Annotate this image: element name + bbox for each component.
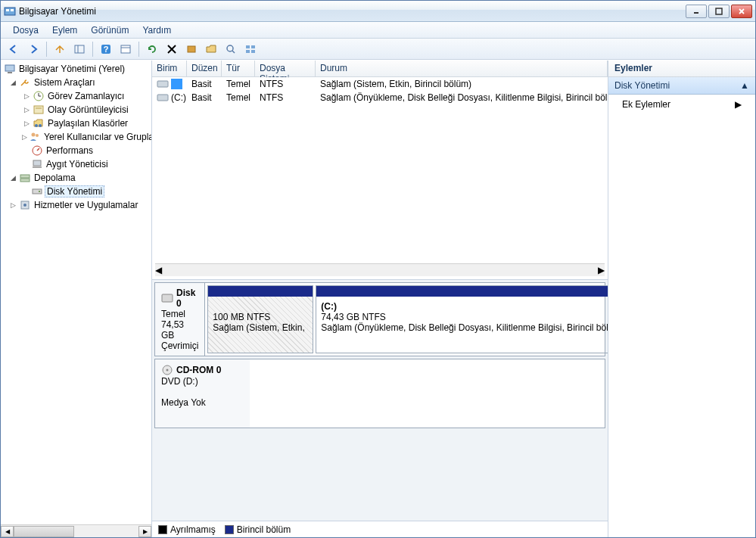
toolbar-separator (46, 42, 47, 57)
maximize-button[interactable] (708, 5, 730, 18)
tree-disk-management[interactable]: Disk Yönetimi (1, 185, 151, 198)
action-label: Ek Eylemler (622, 99, 670, 110)
hdd-icon (161, 294, 173, 303)
selected-volume-highlight (171, 79, 182, 89)
shared-folder-icon (33, 117, 45, 129)
back-button[interactable] (5, 41, 22, 58)
svg-rect-23 (8, 72, 12, 73)
menu-view[interactable]: Görünüm (85, 23, 135, 37)
svg-rect-44 (157, 95, 168, 101)
cdrom-info[interactable]: CD-ROM 0 DVD (D:) Medya Yok (155, 359, 250, 428)
svg-rect-35 (33, 160, 41, 166)
svg-rect-37 (20, 175, 30, 178)
menu-help[interactable]: Yardım (136, 23, 177, 37)
menu-action[interactable]: Eylem (46, 23, 83, 37)
volume-row[interactable]: (C:) Basit Temel NTFS Sağlam (Önyükleme,… (152, 91, 608, 104)
volume-row[interactable]: Basit Temel NTFS Sağlam (Sistem, Etkin, … (152, 77, 608, 91)
swatch-unallocated (158, 525, 167, 534)
minimize-button[interactable] (686, 5, 707, 18)
expand-icon[interactable]: ▷ (22, 132, 27, 141)
cdrom-media: Medya Yok (161, 397, 244, 408)
collapse-icon[interactable]: ◢ (8, 78, 17, 87)
open-icon[interactable] (203, 41, 219, 58)
partition-system-reserved[interactable]: 100 MB NTFS Sağlam (Sistem, Etkin, Birin… (207, 285, 313, 353)
tree-label: Görev Zamanlayıcı (46, 91, 126, 101)
list-icon[interactable] (242, 41, 259, 58)
svg-point-29 (35, 124, 38, 127)
collapse-icon[interactable]: ◢ (8, 173, 17, 182)
expand-icon[interactable]: ▷ (22, 92, 31, 101)
help-button[interactable]: ? (98, 41, 114, 58)
scroll-right-icon[interactable]: ▶ (138, 526, 151, 537)
tree-shared-folders[interactable]: ▷ Paylaşılan Klasörler (1, 117, 151, 130)
scroll-left-icon[interactable]: ◀ (1, 526, 14, 537)
event-icon (33, 104, 45, 116)
toolbar-separator (92, 42, 93, 57)
cell-type: Temel (222, 92, 255, 103)
clock-icon (33, 90, 45, 102)
forward-button[interactable] (25, 41, 42, 58)
svg-point-40 (39, 191, 40, 192)
show-hide-tree-button[interactable] (71, 41, 88, 58)
tree-label: Sistem Araçları (33, 77, 97, 88)
svg-rect-22 (5, 65, 14, 71)
scroll-thumb[interactable] (14, 526, 74, 537)
drive-icon (157, 93, 169, 102)
tree-label: Performans (45, 145, 95, 156)
scroll-left-icon[interactable]: ◀ (155, 265, 162, 275)
col-status[interactable]: Durum (316, 61, 608, 76)
tree-panel: Bilgisayar Yönetimi (Yerel) ◢ Sistem Ara… (1, 61, 152, 537)
tree-storage[interactable]: ◢ Depolama (1, 171, 151, 185)
col-layout[interactable]: Düzen (187, 61, 222, 76)
scroll-right-icon[interactable]: ▶ (598, 265, 605, 275)
cdrom-icon (161, 364, 173, 376)
volume-list: Birim Düzen Tür Dosya Sistemi Durum Basi… (152, 61, 608, 280)
partition-header (316, 286, 608, 297)
action-section-disk-management[interactable]: Disk Yönetimi ▲ (608, 77, 755, 95)
tree-services-apps[interactable]: ▷ Hizmetler ve Uygulamalar (1, 198, 151, 212)
volume-list-scrollbar[interactable]: ◀ ▶ (155, 263, 605, 276)
col-fs[interactable]: Dosya Sistemi (255, 61, 316, 76)
tree-root[interactable]: Bilgisayar Yönetimi (Yerel) (1, 62, 151, 76)
tree-performance[interactable]: Performans (1, 144, 151, 157)
tree-scrollbar[interactable]: ◀ ▶ (1, 524, 151, 537)
close-button[interactable] (731, 5, 752, 18)
zoom-icon[interactable] (222, 41, 239, 58)
storage-icon (19, 172, 31, 184)
menu-file[interactable]: Dosya (7, 23, 45, 37)
swatch-primary (225, 525, 234, 534)
delete-button[interactable] (163, 41, 180, 58)
svg-rect-36 (33, 166, 42, 168)
legend-unallocated: Ayrılmamış (158, 524, 216, 535)
expand-icon[interactable]: ▷ (8, 201, 17, 210)
expand-icon[interactable]: ▷ (22, 119, 31, 128)
up-button[interactable] (51, 41, 68, 58)
partition-size: 74,43 GB NTFS (321, 312, 608, 322)
tree-label: Aygıt Yöneticisi (45, 159, 110, 169)
svg-rect-19 (251, 45, 255, 48)
cell-status: Sağlam (Önyükleme, Disk Belleği Dosyası,… (316, 92, 608, 103)
properties-button[interactable] (117, 41, 134, 58)
partition-status: Sağlam (Sistem, Etkin, Birincil bölüm) (213, 322, 308, 333)
disk-0-info[interactable]: Disk 0 Temel 74,53 GB Çevrimiçi (155, 283, 205, 356)
col-type[interactable]: Tür (222, 61, 255, 76)
tree-task-scheduler[interactable]: ▷ Görev Zamanlayıcı (1, 89, 151, 103)
refresh-button[interactable] (144, 41, 160, 58)
svg-rect-15 (188, 46, 195, 52)
svg-rect-18 (246, 45, 250, 48)
svg-rect-21 (251, 50, 255, 53)
cdrom-type: DVD (D:) (161, 376, 244, 387)
tree-system-tools[interactable]: ◢ Sistem Araçları (1, 76, 151, 89)
svg-rect-38 (20, 179, 30, 182)
tree-label: Paylaşılan Klasörler (46, 118, 129, 129)
action-more[interactable]: Ek Eylemler ▶ (608, 95, 755, 114)
tree-device-manager[interactable]: Aygıt Yöneticisi (1, 157, 151, 171)
col-volume[interactable]: Birim (152, 61, 187, 76)
cell-type: Temel (222, 79, 255, 89)
disk-name: Disk 0 (176, 288, 198, 309)
tree-local-users[interactable]: ▷ Yerel Kullanıcılar ve Gruplar (1, 130, 151, 144)
tree-event-viewer[interactable]: ▷ Olay Görüntüleyicisi (1, 103, 151, 117)
expand-icon[interactable]: ▷ (22, 105, 31, 114)
settings-icon[interactable] (183, 41, 200, 58)
partition-c[interactable]: (C:) 74,43 GB NTFS Sağlam (Önyükleme, Di… (316, 285, 608, 353)
